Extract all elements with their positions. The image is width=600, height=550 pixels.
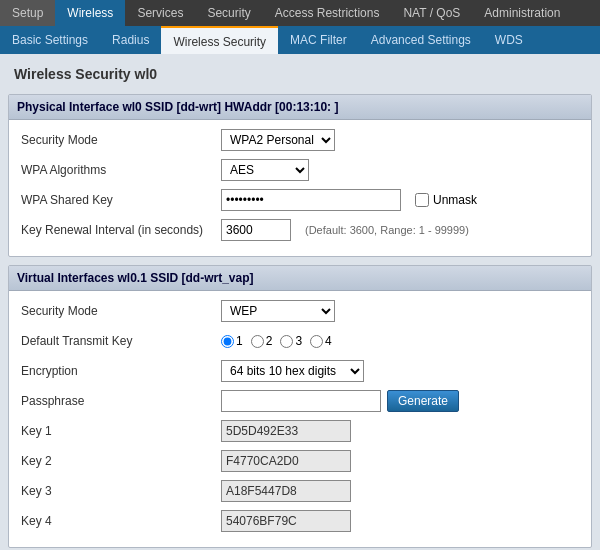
key3-control (221, 480, 351, 502)
key3-row: Key 3 (21, 479, 579, 503)
key-renewal-row: Key Renewal Interval (in seconds) (Defau… (21, 218, 579, 242)
encryption-select[interactable]: 64 bits 10 hex digits 128 bits 26 hex di… (221, 360, 364, 382)
transmit-key-3[interactable]: 3 (280, 334, 302, 348)
key1-input[interactable] (221, 420, 351, 442)
key2-row: Key 2 (21, 449, 579, 473)
transmit-key-4[interactable]: 4 (310, 334, 332, 348)
transmit-key-2[interactable]: 2 (251, 334, 273, 348)
transmit-key-label: Default Transmit Key (21, 334, 221, 348)
key4-control (221, 510, 351, 532)
key1-row: Key 1 (21, 419, 579, 443)
sub-navigation: Basic Settings Radius Wireless Security … (0, 26, 600, 54)
virtual-interface-panel: Virtual Interfaces wl0.1 SSID [dd-wrt_va… (8, 265, 592, 548)
transmit-key-row: Default Transmit Key 1 2 3 4 (21, 329, 579, 353)
key1-control (221, 420, 351, 442)
key-renewal-hint: (Default: 3600, Range: 1 - 99999) (305, 224, 469, 236)
transmit-key-radio-group: 1 2 3 4 (221, 334, 332, 348)
security-mode-label: Security Mode (21, 133, 221, 147)
unmask-area: Unmask (415, 193, 477, 207)
encryption-control: 64 bits 10 hex digits 128 bits 26 hex di… (221, 360, 364, 382)
key4-input[interactable] (221, 510, 351, 532)
transmit-key-control: 1 2 3 4 (221, 334, 332, 348)
physical-interface-header: Physical Interface wl0 SSID [dd-wrt] HWA… (9, 95, 591, 120)
top-navigation: Setup Wireless Services Security Access … (0, 0, 600, 26)
wpa-algorithms-label: WPA Algorithms (21, 163, 221, 177)
top-nav-nat-qos[interactable]: NAT / QoS (391, 0, 472, 26)
transmit-key-1-radio[interactable] (221, 335, 234, 348)
physical-interface-body: Security Mode WPA2 Personal WPA Personal… (9, 120, 591, 256)
top-nav-access-restrictions[interactable]: Access Restrictions (263, 0, 392, 26)
wpa-key-control: Unmask (221, 189, 477, 211)
sub-nav-basic-settings[interactable]: Basic Settings (0, 26, 100, 54)
wpa-algorithms-row: WPA Algorithms AES TKIP TKIP+AES (21, 158, 579, 182)
unmask-checkbox[interactable] (415, 193, 429, 207)
key2-control (221, 450, 351, 472)
key1-label: Key 1 (21, 424, 221, 438)
wpa-algorithms-control: AES TKIP TKIP+AES (221, 159, 309, 181)
page-title: Wireless Security wl0 (8, 62, 592, 86)
security-mode-select[interactable]: WPA2 Personal WPA Personal WEP Disabled (221, 129, 335, 151)
transmit-key-3-radio[interactable] (280, 335, 293, 348)
key3-label: Key 3 (21, 484, 221, 498)
transmit-key-4-radio[interactable] (310, 335, 323, 348)
sub-nav-advanced-settings[interactable]: Advanced Settings (359, 26, 483, 54)
top-nav-wireless[interactable]: Wireless (55, 0, 125, 26)
key-renewal-input[interactable] (221, 219, 291, 241)
transmit-key-1[interactable]: 1 (221, 334, 243, 348)
key3-input[interactable] (221, 480, 351, 502)
key2-input[interactable] (221, 450, 351, 472)
sub-nav-wireless-security[interactable]: Wireless Security (161, 26, 278, 54)
physical-interface-panel: Physical Interface wl0 SSID [dd-wrt] HWA… (8, 94, 592, 257)
wpa-key-input[interactable] (221, 189, 401, 211)
virt-security-mode-label: Security Mode (21, 304, 221, 318)
virtual-interface-body: Security Mode WEP WPA Personal WPA2 Pers… (9, 291, 591, 547)
encryption-row: Encryption 64 bits 10 hex digits 128 bit… (21, 359, 579, 383)
top-nav-setup[interactable]: Setup (0, 0, 55, 26)
virt-security-mode-control: WEP WPA Personal WPA2 Personal Disabled (221, 300, 335, 322)
key-renewal-control: (Default: 3600, Range: 1 - 99999) (221, 219, 469, 241)
security-mode-control: WPA2 Personal WPA Personal WEP Disabled (221, 129, 335, 151)
top-nav-administration[interactable]: Administration (472, 0, 572, 26)
key4-label: Key 4 (21, 514, 221, 528)
passphrase-control: Generate (221, 390, 459, 412)
security-mode-row: Security Mode WPA2 Personal WPA Personal… (21, 128, 579, 152)
passphrase-input[interactable] (221, 390, 381, 412)
encryption-label: Encryption (21, 364, 221, 378)
wpa-key-label: WPA Shared Key (21, 193, 221, 207)
sub-nav-radius[interactable]: Radius (100, 26, 161, 54)
unmask-label: Unmask (433, 193, 477, 207)
key2-label: Key 2 (21, 454, 221, 468)
wpa-algorithms-select[interactable]: AES TKIP TKIP+AES (221, 159, 309, 181)
generate-button[interactable]: Generate (387, 390, 459, 412)
virt-security-mode-select[interactable]: WEP WPA Personal WPA2 Personal Disabled (221, 300, 335, 322)
sub-nav-mac-filter[interactable]: MAC Filter (278, 26, 359, 54)
passphrase-label: Passphrase (21, 394, 221, 408)
top-nav-services[interactable]: Services (125, 0, 195, 26)
sub-nav-wds[interactable]: WDS (483, 26, 535, 54)
key-renewal-label: Key Renewal Interval (in seconds) (21, 223, 221, 237)
key4-row: Key 4 (21, 509, 579, 533)
virt-security-mode-row: Security Mode WEP WPA Personal WPA2 Pers… (21, 299, 579, 323)
virtual-interface-header: Virtual Interfaces wl0.1 SSID [dd-wrt_va… (9, 266, 591, 291)
top-nav-security[interactable]: Security (195, 0, 262, 26)
wpa-key-row: WPA Shared Key Unmask (21, 188, 579, 212)
transmit-key-2-radio[interactable] (251, 335, 264, 348)
page-content: Wireless Security wl0 Physical Interface… (0, 54, 600, 550)
passphrase-row: Passphrase Generate (21, 389, 579, 413)
